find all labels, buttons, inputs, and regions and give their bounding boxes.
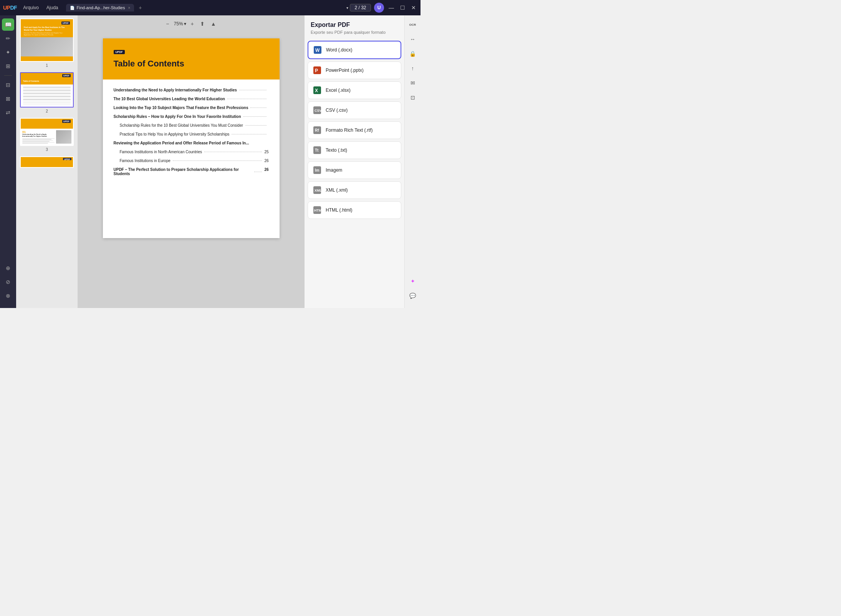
thumb-toc-body [21,84,73,107]
export-option-powerpoint[interactable]: PPowerPoint (.pptx) [308,61,401,79]
toc-line-2 [23,88,71,89]
toc-entry-text-3: Scholarship Rules – How to Apply For One… [114,114,241,119]
export-option-xml[interactable]: XMLXML (.xml) [308,181,401,199]
export-icon-html: HTM [313,205,322,215]
toc-entry-text-7: Famous Institutions in North American Co… [120,150,202,154]
sidebar-extract-icon[interactable]: ⊠ [2,93,14,105]
toc-dots-0 [239,90,267,90]
convert-format-icon[interactable]: ↔ [407,33,419,45]
pdf-header-badge: UPDF [114,50,125,54]
zoom-dropdown-icon: ▾ [184,21,186,26]
scan-icon[interactable]: ⊡ [407,91,419,104]
export-option-excel[interactable]: XExcel (.xlsx) [308,81,401,99]
toc-entry-text-9: UPDF – The Perfect Solution to Prepare S… [114,167,252,176]
sidebar-layers-icon[interactable]: ⊕ [2,262,14,274]
minimize-button[interactable]: — [387,4,396,12]
ocr-icon[interactable]: OCR [407,18,419,31]
thumbnail-page-1[interactable]: UPDF Find and Apply For the Best Institu… [19,18,74,68]
close-button[interactable]: ✕ [410,4,417,12]
thumb-image-1 [21,37,73,56]
menu-arquivo[interactable]: Arquivo [20,3,42,12]
toc-entry-8: Famous Institutions in Europe26 [114,156,269,165]
export-option-image[interactable]: ImImagem [308,161,401,179]
sidebar-attachment-icon[interactable]: ⊗ [2,290,14,302]
svg-text:HTM: HTM [314,209,321,212]
toc-entry-text-4: Scholarship Rules for the 10 Best Global… [120,123,243,128]
tab-close-button[interactable]: × [128,6,130,10]
nav-top-button[interactable]: ⬆ [199,20,206,28]
document-tab[interactable]: 📄 Find-and-Ap...her-Studies × [66,4,134,12]
menu-ajuda[interactable]: Ajuda [43,3,61,12]
thumb-p3-left: 01 Understanding the Need to Apply Inter… [22,130,55,144]
toc-line-10 [23,101,71,101]
updf-badge-1: UPDF [61,22,70,25]
nav-up-button[interactable]: ▲ [209,20,218,28]
sidebar-page-icon[interactable]: ⊞ [2,60,14,72]
toc-entry-text-6: Reviewing the Application Period and Off… [114,141,249,145]
zoom-out-button[interactable]: − [164,20,171,28]
ai-palette-icon[interactable]: ✦ [407,275,419,287]
maximize-button[interactable]: ☐ [399,4,407,12]
svg-text:CSV: CSV [315,109,321,113]
sidebar-organize-icon[interactable]: ⊟ [2,79,14,91]
export-label-html: HTML (.html) [326,207,353,213]
export-title: Exportar PDF [311,22,398,28]
svg-text:XML: XML [315,189,321,192]
left-sidebar: 📖 ✏ ✦ ⊞ ⊟ ⊠ ⇄ ⊕ ⊘ ⊗ [0,15,16,308]
toc-dots-2 [250,108,266,108]
export-option-csv[interactable]: CSVCSV (.csv) [308,101,401,119]
toc-dots-4 [245,125,267,126]
pdf-page: UPDF Table of Contents Understanding the… [103,38,280,238]
thumbnail-frame-4: UPDF [20,156,74,168]
page-nav-dropdown[interactable]: ▾ [346,6,348,10]
share-upload-icon[interactable]: ↑ [407,62,419,75]
page-input[interactable]: 2 / 32 [350,4,371,12]
protect-icon[interactable]: 🔒 [407,48,419,60]
sidebar-reader-icon[interactable]: 📖 [2,18,14,31]
sidebar-edit-icon[interactable]: ✏ [2,32,14,45]
app-logo: UPDF [3,5,17,11]
zoom-select[interactable]: 75% ▾ [174,21,186,26]
svg-text:Im: Im [315,168,320,172]
export-icon-txt: Tt [313,146,322,155]
zoom-in-button[interactable]: + [189,20,195,28]
sidebar-convert-icon[interactable]: ⇄ [2,106,14,119]
export-label-rtf: Formato Rich Text (.rtf) [326,128,372,133]
toc-dots-7 [204,152,262,152]
updf-badge-4: UPDF [63,158,71,160]
thumb-page-num-1: 1 [46,63,48,68]
export-option-rtf[interactable]: RfFormato Rich Text (.rtf) [308,121,401,139]
thumbnail-page-4[interactable]: UPDF [19,156,74,168]
toc-entry-9: UPDF – The Perfect Solution to Prepare S… [114,165,269,178]
export-option-txt[interactable]: TtTexto (.txt) [308,141,401,159]
pdf-page-header: UPDF Table of Contents [103,38,280,79]
toc-entry-5: Practical Tips to Help You in Applying f… [114,130,269,139]
chat-ai-icon[interactable]: 💬 [407,290,419,302]
toc-entry-4: Scholarship Rules for the 10 Best Global… [114,121,269,130]
thumb-p3-content: 01 Understanding the Need to Apply Inter… [21,129,73,145]
sidebar-comment-icon[interactable]: ✦ [2,46,14,58]
toc-line-7 [23,96,71,97]
toc-entry-6: Reviewing the Application Period and Off… [114,139,269,147]
export-option-word[interactable]: WWord (.docx) [308,41,401,59]
pdf-page-body: Understanding the Need to Apply Internat… [103,79,280,184]
mail-icon[interactable]: ✉ [407,77,419,89]
thumbnail-page-2[interactable]: UPDF Table of Contents [19,72,74,113]
thumb-p3-lines [22,138,55,144]
toc-entry-3: Scholarship Rules – How to Apply For One… [114,112,269,121]
sidebar-bookmark-icon[interactable]: ⊘ [2,276,14,288]
updf-badge-2: UPDF [62,74,71,77]
export-icon-excel: X [313,86,322,95]
updf-badge-3: UPDF [62,120,71,123]
svg-text:P: P [315,68,318,73]
user-avatar[interactable]: U [374,3,384,13]
new-tab-button[interactable]: + [139,5,142,11]
export-option-html[interactable]: HTMHTML (.html) [308,201,401,219]
toc-dots-5 [232,134,266,134]
export-label-word: Word (.docx) [326,47,352,53]
toc-entry-text-1: The 10 Best Global Universities Leading … [114,97,225,101]
far-right-bottom: ✦ 💬 [407,275,419,305]
thumbnail-page-3[interactable]: UPDF 01 Understanding the Need to Apply … [19,118,74,152]
thumbnail-panel: UPDF Find and Apply For the Best Institu… [16,15,78,308]
toc-line-12 [23,104,71,104]
